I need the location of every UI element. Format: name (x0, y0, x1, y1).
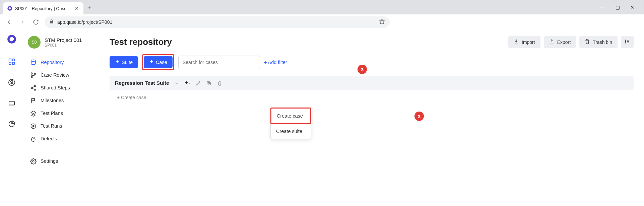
new-tab-button[interactable]: + (87, 4, 91, 11)
sidebar-item-label: Repository (41, 60, 64, 65)
add-suite-button[interactable]: Suite (110, 56, 138, 68)
svg-point-17 (31, 87, 32, 88)
header-actions: Import Export Trash bin (508, 36, 634, 48)
close-icon[interactable]: ✕ (74, 6, 79, 11)
list-icon (625, 39, 630, 45)
avatar: S0 (28, 36, 41, 49)
qase-logo[interactable] (7, 35, 16, 45)
tab-title: SP001 | Repository | Qase (15, 6, 71, 11)
minimize-button[interactable]: — (599, 4, 606, 11)
delete-icon[interactable] (217, 80, 223, 86)
sidebar-item-test-runs[interactable]: Test Runs (28, 120, 95, 132)
forward-button[interactable] (18, 17, 27, 27)
browser-chrome: SP001 | Repository | Qase ✕ + — ▢ ✕ app.… (0, 0, 644, 30)
sidebar-item-shared-steps[interactable]: Shared Steps (28, 81, 95, 94)
grid-icon[interactable] (7, 57, 16, 66)
trash-button[interactable]: Trash bin (579, 36, 618, 48)
sidebar-item-label: Milestones (41, 98, 64, 103)
project-header[interactable]: S0 STM Project 001 SP001 (28, 36, 95, 49)
project-code: SP001 (45, 43, 82, 48)
svg-point-21 (625, 40, 626, 41)
svg-point-1 (9, 7, 11, 10)
sidebar-item-label: Case Review (41, 72, 69, 78)
svg-rect-8 (12, 62, 14, 64)
suite-btn-label: Suite (122, 60, 133, 65)
svg-point-20 (33, 160, 34, 162)
fire-icon (30, 135, 37, 142)
main-header: Test repository Import Export Trash bin (110, 36, 634, 48)
chevron-down-icon[interactable] (174, 80, 180, 86)
url-input[interactable]: app.qase.io/project/SP001 (45, 16, 390, 28)
add-dropdown-menu: Create case Create suite (270, 108, 311, 139)
sidebar-item-test-plans[interactable]: Test Plans (28, 107, 95, 120)
user-icon[interactable] (7, 78, 16, 87)
toolbar: Suite Case + Add filter (110, 54, 634, 70)
sidebar-item-case-review[interactable]: Case Review (28, 69, 95, 81)
tab-bar: SP001 | Repository | Qase ✕ + — ▢ ✕ (0, 0, 644, 14)
sidebar-item-defects[interactable]: Defects (28, 132, 95, 145)
sidebar-item-label: Test Runs (41, 123, 62, 129)
reload-button[interactable] (31, 17, 41, 27)
trash-label: Trash bin (593, 40, 612, 45)
export-label: Export (557, 40, 571, 45)
add-dropdown-icon[interactable] (185, 80, 191, 86)
dropdown-create-suite[interactable]: Create suite (271, 124, 311, 139)
play-icon (30, 123, 37, 129)
svg-marker-2 (380, 19, 385, 24)
svg-point-13 (31, 72, 32, 74)
qase-favicon (7, 6, 12, 11)
svg-point-12 (31, 60, 36, 61)
import-label: Import (522, 40, 535, 45)
repository-icon (30, 59, 37, 66)
import-button[interactable]: Import (508, 36, 540, 48)
svg-point-15 (34, 73, 36, 74)
plus-icon (115, 59, 120, 65)
create-case-inline[interactable]: + Create case (110, 90, 634, 105)
edit-icon[interactable] (195, 80, 201, 86)
sidebar-item-repository[interactable]: Repository (28, 56, 95, 69)
lock-icon (49, 19, 54, 25)
trash-icon (585, 39, 590, 45)
close-window-button[interactable]: ✕ (629, 4, 636, 11)
main-content: Test repository Import Export Trash bin (100, 30, 644, 206)
svg-rect-6 (12, 59, 14, 61)
page-title: Test repository (110, 37, 172, 47)
dropdown-create-case[interactable]: Create case (270, 108, 311, 124)
view-options-button[interactable] (621, 36, 634, 48)
gear-icon (30, 158, 37, 164)
pie-icon[interactable] (7, 120, 16, 128)
suite-title: Regression Test Suite (115, 80, 169, 86)
url-bar: app.qase.io/project/SP001 (0, 14, 644, 30)
search-input[interactable] (178, 56, 260, 69)
star-icon[interactable] (379, 18, 385, 26)
plus-icon (149, 59, 154, 65)
svg-point-22 (625, 41, 626, 42)
add-case-button[interactable]: Case (144, 56, 173, 68)
svg-point-10 (10, 80, 12, 82)
app-container: S0 STM Project 001 SP001 Repository Case… (0, 30, 644, 206)
export-icon (549, 39, 555, 45)
add-filter-link[interactable]: + Add filter (264, 60, 287, 65)
svg-rect-5 (9, 59, 11, 61)
svg-point-14 (31, 76, 32, 78)
sidebar-item-settings[interactable]: Settings (28, 155, 95, 167)
copy-icon[interactable] (206, 80, 212, 86)
sidebar-item-milestones[interactable]: Milestones (28, 94, 95, 107)
device-icon[interactable] (7, 99, 16, 108)
share-icon (30, 84, 37, 91)
browser-tab[interactable]: SP001 | Repository | Qase ✕ (3, 2, 83, 14)
import-icon (514, 39, 519, 45)
annotation-badge: 3 (358, 65, 367, 74)
svg-point-18 (34, 89, 36, 90)
export-button[interactable]: Export (544, 36, 576, 48)
maximize-button[interactable]: ▢ (614, 4, 621, 11)
url-text: app.qase.io/project/SP001 (57, 19, 112, 25)
layers-icon (30, 110, 37, 117)
back-button[interactable] (4, 17, 14, 27)
svg-point-16 (34, 85, 36, 86)
icon-rail (0, 30, 23, 206)
suite-bar: Regression Test Suite (110, 76, 634, 90)
sidebar: S0 STM Project 001 SP001 Repository Case… (23, 30, 100, 206)
project-name: STM Project 001 (45, 37, 82, 43)
sidebar-item-label: Test Plans (41, 111, 63, 116)
